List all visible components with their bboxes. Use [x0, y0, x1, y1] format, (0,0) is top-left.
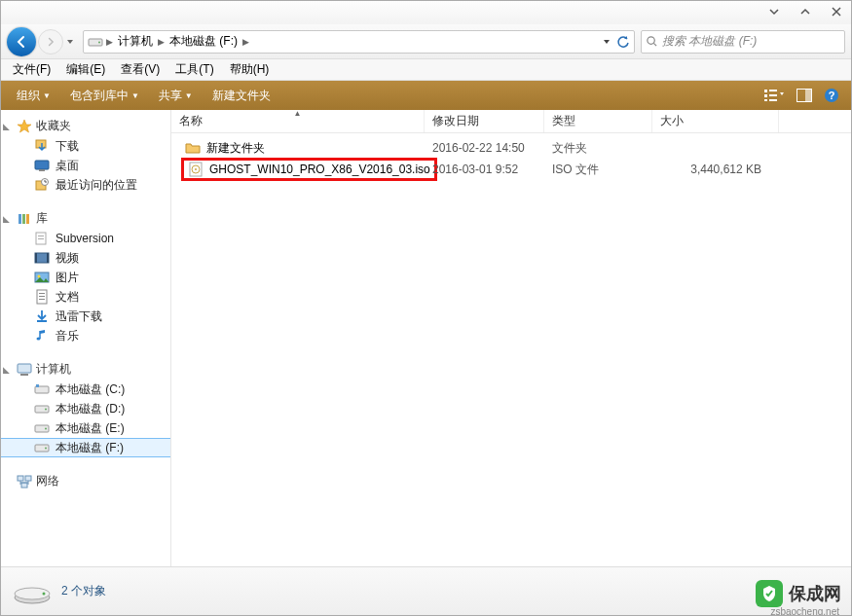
address-bar[interactable]: ▶ 计算机 ▶ 本地磁盘 (F:) ▶	[83, 30, 635, 54]
sidebar-item-music[interactable]: 音乐	[1, 326, 170, 345]
svg-rect-10	[769, 94, 777, 96]
picture-icon	[34, 270, 50, 285]
sidebar-item-pictures[interactable]: 图片	[1, 268, 170, 287]
drive-icon	[34, 401, 50, 417]
cmd-include-in-library[interactable]: 包含到库中▼	[60, 81, 149, 110]
cmd-organize[interactable]: 组织▼	[7, 81, 60, 110]
svg-point-47	[45, 448, 47, 450]
sidebar-libraries[interactable]: ◣ 库	[1, 208, 170, 229]
sidebar-item-xunlei[interactable]: 迅雷下载	[1, 307, 170, 326]
svg-line-5	[653, 43, 656, 46]
file-row-folder[interactable]: 新建文件夹 2016-02-22 14:50 文件夹	[171, 137, 851, 159]
file-size: 3,440,612 KB	[652, 163, 779, 176]
sidebar-item-downloads[interactable]: 下载	[1, 136, 170, 156]
document-icon	[34, 289, 50, 305]
svg-rect-13	[805, 90, 812, 102]
watermark-subtext: zsbaocheng.net	[770, 606, 839, 616]
file-pane: ▲名称 修改日期 类型 大小 新建文件夹 2016-02-22 14:50 文件…	[171, 110, 851, 566]
breadcrumb-computer[interactable]: 计算机	[116, 33, 155, 50]
preview-pane-button[interactable]	[791, 89, 818, 102]
refresh-button[interactable]	[616, 35, 630, 49]
video-icon	[34, 250, 50, 266]
close-button[interactable]	[830, 4, 843, 21]
column-name[interactable]: ▲名称	[171, 110, 425, 132]
sidebar-computer[interactable]: ◣ 计算机	[1, 359, 170, 380]
svg-rect-25	[38, 236, 44, 236]
sidebar-item-recent[interactable]: 最近访问的位置	[1, 175, 170, 195]
sidebar-item-drive-c[interactable]: 本地磁盘 (C:)	[1, 380, 170, 399]
column-type[interactable]: 类型	[544, 110, 652, 132]
file-date: 2016-02-22 14:50	[425, 141, 544, 155]
navigation-pane: ◣ 收藏夹 下载 桌面 最近访问的位置 ◣ 库 Subversion 视频 图片…	[1, 110, 171, 566]
svg-point-37	[37, 338, 41, 341]
cmd-new-folder[interactable]: 新建文件夹	[203, 81, 280, 110]
drive-large-icon	[13, 576, 52, 607]
menu-tools[interactable]: 工具(T)	[169, 59, 219, 80]
svg-point-31	[38, 275, 41, 278]
recent-icon	[34, 177, 50, 193]
nav-history-dropdown[interactable]	[63, 38, 77, 46]
drive-icon	[88, 34, 103, 50]
sidebar-item-drive-d[interactable]: 本地磁盘 (D:)	[1, 399, 170, 418]
file-list[interactable]: 新建文件夹 2016-02-22 14:50 文件夹 GHOST_WIN10_P…	[171, 133, 851, 566]
drive-icon	[34, 440, 50, 455]
svg-rect-28	[35, 253, 37, 263]
file-row-iso[interactable]: GHOST_WIN10_PRO_X86_V2016_03.iso 2016-03…	[171, 159, 851, 180]
sidebar-item-drive-f[interactable]: 本地磁盘 (F:)	[1, 438, 170, 457]
svg-rect-35	[39, 299, 45, 300]
search-placeholder: 搜索 本地磁盘 (F:)	[662, 33, 757, 50]
svg-rect-23	[26, 214, 29, 224]
file-type: 文件夹	[544, 140, 652, 157]
breadcrumb-drive-f[interactable]: 本地磁盘 (F:)	[167, 33, 240, 50]
column-headers: ▲名称 修改日期 类型 大小	[171, 110, 851, 133]
network-icon	[17, 474, 32, 489]
file-type: ISO 文件	[544, 162, 652, 178]
maximize-button[interactable]	[798, 4, 812, 21]
svg-rect-26	[38, 238, 44, 239]
address-dropdown[interactable]	[603, 35, 611, 49]
sidebar-item-desktop[interactable]: 桌面	[1, 156, 170, 175]
svg-rect-18	[39, 169, 45, 171]
svg-point-53	[195, 168, 197, 170]
iso-file-icon	[188, 162, 204, 177]
sidebar-item-documents[interactable]: 文档	[1, 287, 170, 307]
svg-rect-48	[18, 476, 23, 481]
breadcrumb-separator: ▶	[155, 37, 167, 47]
sidebar-item-drive-e[interactable]: 本地磁盘 (E:)	[1, 418, 170, 438]
svg-rect-22	[22, 214, 25, 224]
menu-file[interactable]: 文件(F)	[7, 59, 56, 80]
menu-bar: 文件(F) 编辑(E) 查看(V) 工具(T) 帮助(H)	[1, 59, 851, 81]
menu-help[interactable]: 帮助(H)	[224, 59, 276, 80]
folder-icon	[185, 140, 201, 156]
menu-view[interactable]: 查看(V)	[115, 59, 166, 80]
sidebar-favorites[interactable]: ◣ 收藏夹	[1, 116, 170, 136]
download-icon	[34, 138, 50, 154]
column-size[interactable]: 大小	[652, 110, 779, 132]
back-button[interactable]	[7, 27, 36, 56]
file-date: 2016-03-01 9:52	[425, 163, 544, 176]
forward-button[interactable]	[38, 29, 63, 54]
collapse-icon: ◣	[3, 214, 13, 224]
help-button[interactable]: ?	[818, 88, 845, 103]
minimize-button[interactable]	[767, 4, 781, 21]
sidebar-libraries-label: 库	[36, 210, 48, 227]
cmd-share[interactable]: 共享▼	[149, 81, 203, 110]
watermark-text: 保成网	[789, 582, 841, 605]
column-date[interactable]: 修改日期	[425, 110, 544, 132]
svg-rect-50	[21, 483, 27, 488]
command-bar: 组织▼ 包含到库中▼ 共享▼ 新建文件夹 ?	[1, 81, 851, 110]
folder-icon	[34, 231, 50, 246]
svg-point-4	[648, 37, 654, 44]
breadcrumb-separator: ▶	[240, 37, 252, 47]
menu-edit[interactable]: 编辑(E)	[60, 59, 111, 80]
sidebar-network-label: 网络	[36, 473, 59, 489]
view-options-button[interactable]	[758, 88, 791, 103]
search-input[interactable]: 搜索 本地磁盘 (F:)	[641, 30, 845, 54]
svg-rect-27	[35, 253, 49, 263]
computer-icon	[17, 362, 32, 378]
sidebar-network[interactable]: ▸ 网络	[1, 471, 170, 491]
svg-rect-36	[37, 320, 47, 322]
svg-rect-7	[764, 94, 767, 97]
sidebar-item-videos[interactable]: 视频	[1, 248, 170, 268]
sidebar-item-subversion[interactable]: Subversion	[1, 229, 170, 248]
